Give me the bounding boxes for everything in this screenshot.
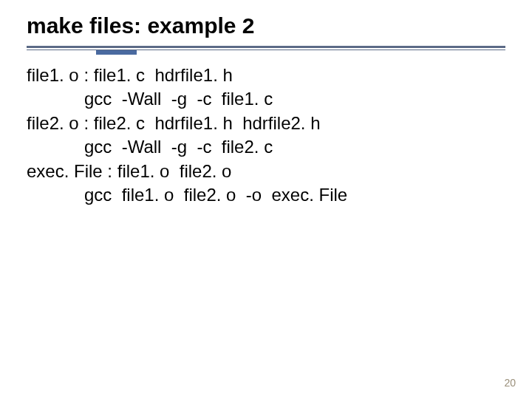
slide-title: make files: example 2	[27, 13, 255, 38]
body-text: file1. o : file1. c hdrfile1. h gcc -Wal…	[27, 64, 505, 207]
accent-bar	[96, 50, 137, 55]
slide: make files: example 2 file1. o : file1. …	[0, 0, 532, 399]
make-rule-line: file1. o : file1. c hdrfile1. h	[27, 64, 505, 87]
make-rule-line: gcc -Wall -g -c file1. c	[27, 87, 505, 111]
page-number: 20	[504, 377, 516, 389]
make-rule-line: file2. o : file2. c hdrfile1. h hdrfile2…	[27, 112, 505, 135]
make-rule-line: gcc -Wall -g -c file2. c	[27, 135, 505, 159]
make-rule-line: gcc file1. o file2. o -o exec. File	[27, 183, 505, 207]
make-rule-line: exec. File : file1. o file2. o	[27, 160, 505, 183]
